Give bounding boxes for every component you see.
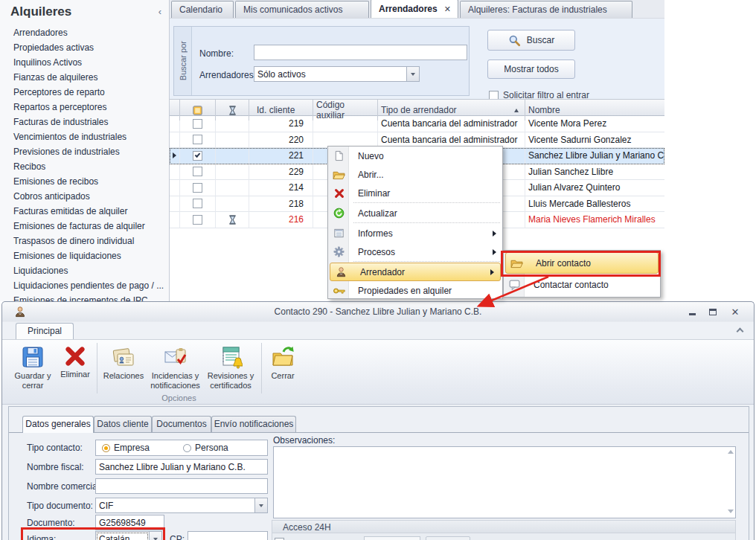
sidebar-collapse-icon[interactable]: ‹ bbox=[158, 6, 161, 17]
nombre-fiscal-input[interactable] bbox=[95, 459, 268, 475]
sidebar-item-emisiones-facturas[interactable]: Emisiones de facturas de alquiler bbox=[0, 219, 169, 234]
cp-input[interactable] bbox=[188, 531, 268, 540]
row-selector-checkbox[interactable] bbox=[193, 199, 202, 208]
nombre-comercial-input[interactable] bbox=[95, 478, 268, 494]
observaciones-label: Observaciones: bbox=[273, 435, 335, 446]
minimize-button[interactable] bbox=[684, 306, 700, 318]
radio-persona[interactable] bbox=[183, 444, 191, 452]
arrendadores-select[interactable]: Sólo activos bbox=[254, 66, 420, 82]
sidebar-item-facturas-emitidas[interactable]: Facturas emitidas de alquiler bbox=[0, 204, 169, 219]
sidebar-item-previsiones-industriales[interactable]: Previsiones de industriales bbox=[0, 144, 169, 159]
submenu-arrow-icon bbox=[493, 249, 496, 255]
cell-nombre: Julian Alvarez Quintero bbox=[525, 180, 664, 196]
ribbon-button-cerrar[interactable]: Cerrar bbox=[266, 343, 300, 398]
tipo-documento-select[interactable]: CIF bbox=[95, 498, 268, 513]
sidebar-item-liquidaciones[interactable]: Liquidaciones bbox=[0, 263, 169, 278]
nombre-input[interactable] bbox=[254, 45, 467, 60]
cell-id: 214 bbox=[249, 180, 313, 196]
sidebar-item-emisiones-liquidaciones[interactable]: Emisiones de liquidaciones bbox=[0, 248, 169, 263]
contrasena-button[interactable]: Contraseña bbox=[426, 536, 470, 540]
sidebar-item-repartos-perceptores[interactable]: Repartos a perceptores bbox=[0, 100, 169, 115]
tab-mis-comunicados[interactable]: Mis comunicados activos bbox=[235, 1, 369, 18]
cell-id: 216 bbox=[249, 212, 313, 228]
sidebar-item-fianzas[interactable]: Fianzas de alquileres bbox=[0, 70, 169, 85]
sidebar-item-traspasos-dinero[interactable]: Traspasos de dinero individual bbox=[0, 234, 169, 248]
row-selector-checkbox[interactable] bbox=[193, 135, 202, 144]
row-selector-checkbox[interactable] bbox=[193, 167, 202, 176]
ribbon-button-guardar-cerrar[interactable]: Guardar y cerrar bbox=[11, 343, 54, 398]
sidebar-item-facturas-industriales[interactable]: Facturas de industriales bbox=[0, 115, 169, 129]
submenu-item-abrir-contacto[interactable]: Abrir contacto bbox=[505, 252, 659, 274]
collapse-ribbon-icon[interactable] bbox=[737, 329, 743, 335]
ribbon-button-eliminar[interactable]: Eliminar bbox=[57, 343, 93, 398]
dropdown-arrow-icon[interactable] bbox=[254, 498, 267, 512]
cell-id: 220 bbox=[249, 132, 313, 149]
menu-item-eliminar[interactable]: Eliminar bbox=[328, 184, 502, 202]
tab-arrendadores[interactable]: Arrendadores ✕ bbox=[371, 0, 458, 18]
scroll-down-icon[interactable] bbox=[728, 510, 734, 513]
header-select-column[interactable] bbox=[180, 100, 216, 120]
menu-item-procesos[interactable]: Procesos bbox=[328, 242, 502, 261]
report-icon bbox=[333, 228, 345, 239]
ribbon-button-incidencias[interactable]: Incidencias y notificaciones bbox=[148, 343, 202, 398]
submenu-item-contactar-contacto[interactable]: Contactar contacto bbox=[504, 274, 660, 295]
ribbon-tab-principal[interactable]: Principal bbox=[16, 323, 74, 339]
menu-item-arrendador[interactable]: Arrendador bbox=[330, 263, 501, 281]
mostrar-todos-button[interactable]: Mostrar todos bbox=[487, 60, 575, 79]
col-codigo-auxiliar[interactable]: Código auxiliar bbox=[313, 100, 378, 120]
ribbon-button-relaciones[interactable]: Relaciones bbox=[102, 343, 145, 398]
sidebar-item-vencimientos-industriales[interactable]: Vencimientos de industriales bbox=[0, 129, 169, 144]
menu-item-nuevo[interactable]: Nuevo bbox=[328, 147, 502, 165]
sidebar-item-emisiones-recibos[interactable]: Emisiones de recibos bbox=[0, 174, 169, 189]
new-page-icon bbox=[333, 150, 345, 161]
observaciones-textarea[interactable] bbox=[273, 446, 736, 518]
submenu-arrow-icon bbox=[493, 231, 496, 237]
acceso-row: ¿Acceso 24H? Login: Contraseña bbox=[272, 536, 735, 540]
cell-nombre: Vicente Sadurni Gonzalez bbox=[525, 132, 664, 149]
documento-input[interactable] bbox=[95, 515, 164, 530]
menu-item-informes[interactable]: Informes bbox=[328, 224, 502, 242]
close-button[interactable]: ✕ bbox=[727, 306, 743, 318]
menu-item-actualizar[interactable]: Actualizar bbox=[328, 204, 502, 222]
sidebar-item-liquidaciones-pendientes[interactable]: Liquidaciones pendientes de pago / ... bbox=[0, 278, 169, 293]
sidebar-item-arrendadores[interactable]: Arrendadores bbox=[0, 25, 169, 40]
tab-datos-cliente[interactable]: Datos cliente bbox=[94, 416, 152, 432]
sidebar-item-perceptores-reparto[interactable]: Perceptores de reparto bbox=[0, 85, 169, 100]
buscar-button-label: Buscar bbox=[527, 35, 554, 45]
menu-item-abrir[interactable]: Abrir... bbox=[328, 165, 502, 184]
row-selector-checkbox[interactable] bbox=[193, 151, 202, 161]
cell-nombre: Sanchez Llibre Julian y Mariano C.B. bbox=[525, 148, 664, 164]
header-pending-column[interactable] bbox=[216, 100, 249, 120]
tab-envio-notificaciones[interactable]: Envío notificaciones bbox=[211, 416, 296, 432]
tab-datos-generales[interactable]: Datos generales bbox=[22, 416, 94, 433]
radio-empresa[interactable] bbox=[102, 444, 110, 452]
buscar-button[interactable]: Buscar bbox=[487, 30, 575, 51]
menu-item-propiedades[interactable]: Propiedades en alquiler bbox=[328, 281, 502, 300]
sidebar-item-cobros-anticipados[interactable]: Cobros anticipados bbox=[0, 189, 169, 204]
dropdown-arrow-icon[interactable] bbox=[149, 532, 161, 540]
maximize-button[interactable] bbox=[705, 306, 721, 318]
ribbon-button-revisiones[interactable]: Revisiones y certificados bbox=[204, 343, 257, 398]
scroll-up-icon[interactable] bbox=[728, 450, 734, 454]
idioma-select[interactable]: Catalán bbox=[95, 531, 162, 540]
sidebar-item-propiedades-activas[interactable]: Propiedades activas bbox=[0, 40, 169, 55]
tab-documentos[interactable]: Documentos bbox=[152, 416, 211, 432]
col-tipo-arrendador[interactable]: Tipo de arrendador bbox=[378, 100, 525, 120]
tab-alquileres-facturas[interactable]: Alquileres: Facturas de industriales bbox=[460, 1, 632, 18]
nombre-label: Nombre: bbox=[199, 48, 234, 59]
row-selector-checkbox[interactable] bbox=[193, 183, 202, 193]
tab-close-icon[interactable]: ✕ bbox=[444, 0, 451, 18]
dialog-titlebar[interactable]: Contacto 290 - Sanchez Llibre Julian y M… bbox=[2, 302, 754, 322]
login-input[interactable] bbox=[364, 536, 420, 540]
sidebar-item-inquilinos-activos[interactable]: Inquilinos Activos bbox=[0, 55, 169, 70]
person-icon bbox=[336, 266, 347, 277]
save-icon bbox=[21, 345, 45, 369]
sidebar-item-recibos[interactable]: Recibos bbox=[0, 159, 169, 174]
col-id-cliente[interactable]: Id. cliente bbox=[249, 100, 313, 120]
open-folder-icon bbox=[333, 170, 345, 180]
col-nombre[interactable]: Nombre bbox=[525, 100, 664, 120]
row-selector-checkbox[interactable] bbox=[193, 215, 202, 225]
tab-calendario[interactable]: Calendario bbox=[171, 1, 234, 18]
dropdown-arrow-icon[interactable] bbox=[406, 67, 419, 81]
row-selector-checkbox[interactable] bbox=[193, 119, 202, 129]
